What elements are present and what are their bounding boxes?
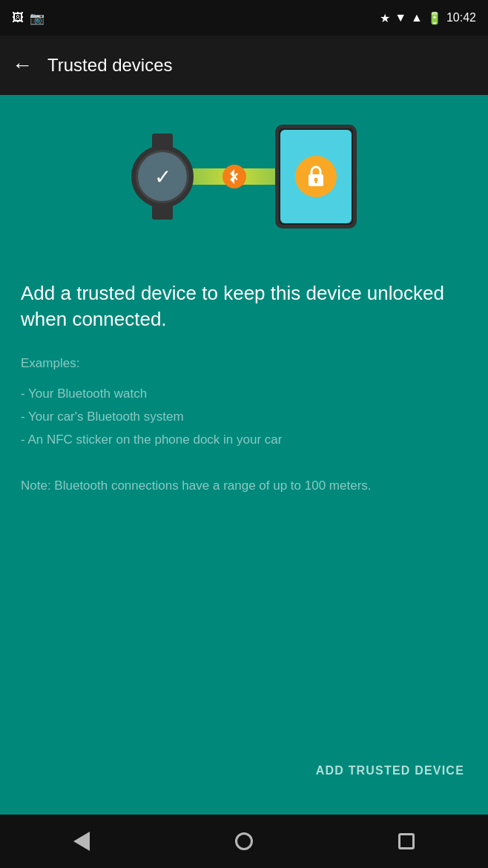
- watch-body: ✓: [131, 145, 194, 208]
- bluetooth-dot: [222, 165, 246, 188]
- status-time: 10:42: [446, 11, 476, 24]
- examples-section: Examples: - Your Bluetooth watch - Your …: [21, 353, 467, 453]
- nav-home-icon: [235, 832, 253, 850]
- battery-icon: 🔋: [427, 11, 442, 25]
- add-trusted-device-button[interactable]: ADD TRUSTED DEVICE: [313, 757, 467, 785]
- main-content: Add a trusted device to keep this device…: [0, 258, 488, 815]
- watch-face: ✓: [138, 152, 187, 201]
- nav-recent-button[interactable]: [384, 819, 429, 864]
- list-item: - Your Bluetooth watch: [21, 384, 467, 405]
- tablet-screen: [280, 130, 352, 223]
- nav-recent-icon: [398, 833, 415, 849]
- svg-rect-2: [315, 180, 317, 183]
- star-icon: ★: [380, 11, 390, 25]
- back-button[interactable]: ←: [12, 53, 33, 77]
- bluetooth-beam: [186, 162, 283, 191]
- examples-list: - Your Bluetooth watch - Your car's Blue…: [21, 384, 467, 451]
- status-bar: 🖼 📷 ★ ▼ ▲ 🔋 10:42: [0, 0, 488, 36]
- note-text: Note: Bluetooth connections have a range…: [21, 476, 467, 496]
- bottom-nav: [0, 815, 488, 868]
- lock-circle: [295, 156, 337, 197]
- status-bar-left-icons: 🖼 📷: [12, 11, 44, 25]
- nav-back-button[interactable]: [59, 819, 104, 864]
- examples-label: Examples:: [21, 353, 467, 375]
- tablet-body: [275, 125, 357, 228]
- add-button-row: ADD TRUSTED DEVICE: [21, 757, 467, 792]
- hero-banner: ✓: [0, 95, 488, 258]
- illustration: ✓: [131, 125, 357, 228]
- nav-back-icon: [73, 832, 90, 851]
- back-arrow-icon: ←: [12, 53, 33, 77]
- screenshot-icon: 📷: [30, 11, 44, 25]
- main-headline: Add a trusted device to keep this device…: [21, 280, 467, 332]
- page-title: Trusted devices: [47, 55, 173, 76]
- watch-check-icon: ✓: [154, 165, 171, 189]
- gallery-icon: 🖼: [12, 11, 24, 24]
- wifi-icon: ▼: [395, 11, 406, 24]
- status-bar-right-icons: ★ ▼ ▲ 🔋 10:42: [380, 11, 476, 25]
- watch-illustration: ✓: [131, 134, 194, 220]
- list-item: - Your car's Bluetooth system: [21, 407, 467, 428]
- signal-icon: ▲: [411, 11, 423, 24]
- app-bar: ← Trusted devices: [0, 36, 488, 95]
- nav-home-button[interactable]: [222, 819, 266, 864]
- lock-icon: [306, 164, 326, 189]
- tablet-illustration: [275, 125, 357, 228]
- bluetooth-icon: [228, 169, 240, 184]
- list-item: - An NFC sticker on the phone dock in yo…: [21, 430, 467, 451]
